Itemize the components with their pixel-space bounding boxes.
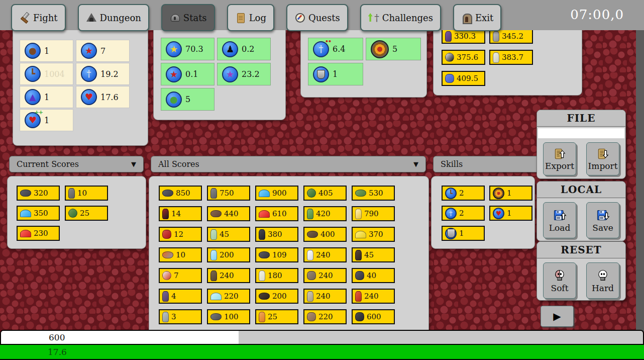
all-scores-panel: 8507509004055301444061042079012453804003… — [149, 176, 429, 353]
fire-spirit-icon — [355, 209, 362, 219]
stat-cell: ♥17.6 — [76, 86, 130, 108]
stat-value: 1 — [507, 209, 512, 218]
hard-reset-button[interactable]: Hard — [586, 262, 619, 299]
stat-value: 420 — [316, 209, 331, 218]
scrollbar[interactable] — [636, 30, 644, 332]
load-button-label: Load — [549, 223, 571, 233]
scroll-up-icon — [553, 147, 567, 160]
export-button[interactable]: Export — [543, 142, 576, 175]
stat-cell: 375.6 — [442, 50, 485, 65]
stat-cell: 370 — [352, 227, 395, 242]
robot-icon — [162, 312, 169, 322]
stat-cell: 240 — [207, 268, 250, 283]
wraith-icon — [210, 188, 217, 199]
wraith-icon — [68, 188, 75, 199]
file-buttons: Export Import — [537, 138, 625, 175]
stat-cell: 1 — [442, 226, 485, 241]
stat-cell: 405 — [303, 186, 347, 201]
chevron-down-icon: ▼ — [131, 160, 136, 168]
stat-value: 14 — [171, 209, 181, 218]
floppy-up-icon — [552, 208, 567, 222]
stat-value: 380 — [268, 230, 282, 239]
nav-tab-challenges[interactable]: Challenges — [360, 4, 441, 31]
droplet-icon: ● — [166, 92, 182, 108]
stat-value: 230 — [34, 229, 48, 238]
import-button[interactable]: Import — [586, 142, 619, 175]
save-button[interactable]: Save — [586, 202, 619, 238]
stat-cell: 240 — [303, 289, 347, 304]
sword-crit-icon: †•• — [313, 41, 329, 57]
cultist-icon — [445, 31, 452, 42]
skills-dropdown-label: Skills — [441, 159, 463, 169]
wolf-icon — [210, 313, 222, 320]
silhouette-icon: ♟ — [222, 41, 238, 57]
bullseye-icon — [493, 188, 504, 199]
stat-cell: 1 — [308, 63, 363, 85]
nav-tab-quests[interactable]: Quests — [286, 4, 348, 31]
nav-tab-label: Log — [249, 13, 266, 23]
stat-cell: ★70.3 — [161, 38, 214, 60]
yellow-star-icon: ★ — [166, 41, 182, 57]
demon-bird-icon — [162, 230, 171, 239]
stat-value: 12 — [174, 230, 183, 239]
game-root: FightDungeonStatsLogQuestsChallengesExit… — [0, 0, 644, 360]
statue-icon — [493, 52, 499, 63]
stat-cell: 610 — [255, 206, 298, 221]
scroll-down-icon — [596, 147, 610, 160]
stat-value: 1 — [333, 69, 338, 79]
stat-cell: 3 — [159, 309, 202, 324]
sword-icon: † — [445, 208, 457, 219]
stat-value: 45 — [220, 230, 229, 239]
stat-cell: 200 — [207, 247, 250, 262]
stat-value: 330.3 — [454, 32, 476, 41]
load-button[interactable]: Load — [543, 202, 576, 238]
stat-value: 383.7 — [502, 53, 523, 62]
stat-value: 750 — [220, 189, 234, 198]
attributes-panel: ●1★7┗1004†19.2▲1♥17.6♥++1 — [13, 26, 148, 146]
soft-reset-button[interactable]: Soft — [543, 262, 576, 299]
play-button[interactable]: ▶ — [541, 306, 574, 327]
alchemist-icon — [355, 312, 364, 321]
stat-value: 5 — [392, 44, 397, 54]
stat-cell: ┗2 — [442, 186, 485, 201]
stat-value: 790 — [364, 209, 379, 218]
stat-value: 2 — [459, 189, 464, 198]
stat-value: 240 — [318, 271, 333, 280]
nav-tab-log[interactable]: Log — [227, 4, 274, 31]
all-scores-dropdown[interactable]: All Scores ▼ — [151, 156, 426, 172]
soft-reset-button-label: Soft — [551, 283, 568, 293]
stat-value: 7 — [100, 46, 105, 56]
stat-value: 345.2 — [502, 32, 523, 41]
stat-cell: 383.7 — [489, 50, 533, 65]
goblin-icon — [307, 209, 313, 219]
reset-panel: RESET Soft — [536, 241, 626, 301]
stat-cell: 530 — [352, 186, 395, 201]
stat-cell: ♟0.2 — [217, 38, 271, 60]
all-scores-grid: 8507509004055301444061042079012453804003… — [149, 176, 428, 345]
stat-value: 240 — [220, 271, 234, 280]
stat-value: 6.4 — [333, 44, 345, 54]
stat-cell: †2 — [442, 206, 485, 221]
snake-icon — [307, 189, 316, 198]
stat-value: 109 — [272, 250, 287, 259]
file-input[interactable] — [538, 128, 624, 138]
progress-bar-bottom: 17.6 — [0, 345, 644, 360]
game-timer: 07:00,0 — [570, 7, 624, 22]
spider-icon — [307, 231, 318, 238]
stat-value: 850 — [176, 189, 190, 198]
red-star-icon: ★ — [81, 43, 97, 59]
stat-value: 0.1 — [185, 69, 198, 79]
stat-value: 5 — [185, 95, 190, 104]
nav-tab-stats[interactable]: Stats — [161, 4, 215, 31]
stat-cell: 100 — [207, 309, 250, 324]
nav-tab-fight[interactable]: Fight — [11, 4, 66, 31]
sword-icon — [19, 12, 30, 23]
current-scores-dropdown[interactable]: Current Scores ▼ — [9, 156, 144, 172]
export-button-label: Export — [545, 161, 574, 171]
stat-cell: 4 — [159, 289, 202, 304]
nav-tab-exit[interactable]: Exit — [453, 4, 501, 31]
nav-tab-dungeon[interactable]: Dungeon — [78, 4, 149, 31]
shield-icon — [313, 66, 329, 82]
stat-value: 40 — [367, 271, 376, 280]
stat-cell: ♥++1 — [20, 109, 73, 131]
